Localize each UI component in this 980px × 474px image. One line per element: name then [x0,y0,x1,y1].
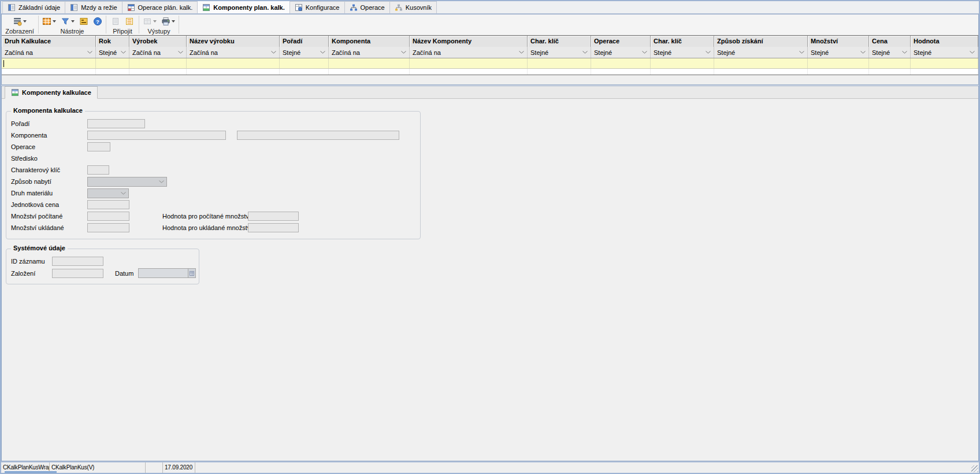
help-button[interactable]: ? [92,16,103,27]
new-row-cell[interactable] [591,58,651,68]
column-header[interactable]: Množství [808,36,869,47]
empty-cell [591,69,651,75]
new-row-cell-active[interactable] [2,58,96,68]
tab-label: Operace [361,4,385,11]
grid-header-row: Druh Kalkulace Rok Výrobek Název výrobku… [2,36,978,47]
druh-materialu-combobox[interactable] [87,188,129,198]
grid-components-icon [202,3,210,12]
poradi-field[interactable] [87,119,145,128]
filter-operator-dropdown[interactable]: Stejné [714,47,808,58]
zpusob-nabyti-combobox[interactable] [87,177,167,187]
operace-field[interactable] [87,142,110,151]
label-jednotkova-cena: Jednotková cena [11,200,59,209]
datum-picker[interactable] [138,268,196,278]
status-date: 17.09.2020 [163,462,195,473]
hodnota-ukladane-field[interactable] [248,223,299,232]
chevron-down-icon [271,51,276,54]
filter-button[interactable] [60,16,75,27]
view-icon [13,17,22,26]
new-row-cell[interactable] [187,58,280,68]
id-zaznamu-field[interactable] [52,257,103,266]
tab-komponenty-kalkulace[interactable]: Komponenty kalkulace [5,86,98,99]
filter-operator-dropdown[interactable]: Začíná na [187,47,280,58]
komponenta-name-field[interactable] [237,131,399,140]
filter-operator-dropdown[interactable]: Stejné [808,47,869,58]
column-header[interactable]: Pořadí [280,36,329,47]
tab-operace-plan-kalk[interactable]: Operace plán. kalk. [122,1,198,13]
attachment-button[interactable] [110,16,121,27]
new-row-cell[interactable] [96,58,129,68]
tab-kusovnik[interactable]: Kusovník [389,1,437,13]
new-row-cell[interactable] [329,58,410,68]
empty-cell [329,69,410,75]
mnozstvi-pocitane-field[interactable] [87,212,129,221]
filter-operator-dropdown[interactable]: Začíná na [2,47,96,58]
filter-operator-dropdown[interactable]: Začíná na [329,47,410,58]
resize-grip-icon[interactable] [971,465,978,472]
toolbar-separator [106,16,106,34]
grid-empty-row [2,68,978,75]
filter-operator-dropdown[interactable]: Stejné [591,47,651,58]
zalozeni-field[interactable] [52,269,103,278]
column-header[interactable]: Char. klíč [651,36,714,47]
tab-zakladni-udaje[interactable]: Základní údaje [2,1,65,13]
formula-button[interactable] [79,16,89,27]
tab-operace[interactable]: Operace [344,1,390,13]
filter-operator-dropdown[interactable]: Stejné [96,47,129,58]
print-button[interactable] [161,16,176,27]
view-mode-button[interactable] [12,16,27,27]
column-header[interactable]: Char. klíč [528,36,591,47]
help-icon: ? [93,17,102,26]
toolbar-caption-pripojit: Připojit [109,27,136,35]
jednotkova-cena-field[interactable] [87,200,129,209]
table-tools-button[interactable] [42,16,57,27]
new-row-cell[interactable] [129,58,187,68]
new-row-cell[interactable] [714,58,808,68]
export-button[interactable] [142,16,157,27]
label-operace: Operace [11,142,35,151]
new-row-cell[interactable] [651,58,714,68]
tab-konfigurace[interactable]: Konfigurace [289,1,345,13]
hodnota-pocitane-field[interactable] [248,212,299,221]
column-header[interactable]: Druh Kalkulace [2,36,96,47]
filter-operator-dropdown[interactable]: Začíná na [129,47,187,58]
column-header[interactable]: Operace [591,36,651,47]
mnozstvi-ukladane-field[interactable] [87,223,129,232]
new-row-cell[interactable] [869,58,911,68]
komponenta-code-field[interactable] [87,131,226,140]
filter-operator-dropdown[interactable]: Začíná na [410,47,528,58]
new-row-cell[interactable] [911,58,978,68]
grid-new-row [2,58,978,68]
column-header[interactable]: Rok [96,36,129,47]
column-header[interactable]: Název výrobku [187,36,280,47]
empty-cell [2,69,96,75]
new-row-cell[interactable] [280,58,329,68]
charakterovy-klic-field[interactable] [87,165,109,175]
form-table-icon [70,3,78,12]
new-row-cell[interactable] [808,58,869,68]
filter-operator-dropdown[interactable]: Stejné [911,47,978,58]
tab-mzdy-a-rezie[interactable]: Mzdy a režie [65,1,122,13]
filter-operator-label: Začíná na [132,49,161,56]
chevron-down-icon [582,51,588,54]
column-header[interactable]: Hodnota [911,36,978,47]
filter-operator-dropdown[interactable]: Stejné [651,47,714,58]
new-row-cell[interactable] [528,58,591,68]
label-datum: Datum [115,269,133,278]
tab-komponenty-plan-kalk[interactable]: Komponenty plan. kalk. [197,1,289,13]
filter-operator-dropdown[interactable]: Stejné [528,47,591,58]
calendar-button[interactable] [188,269,195,277]
column-header[interactable]: Výrobek [129,36,187,47]
filter-operator-dropdown[interactable]: Stejné [280,47,329,58]
filter-operator-dropdown[interactable]: Stejné [869,47,911,58]
column-header[interactable]: Název Komponenty [410,36,528,47]
column-header[interactable]: Komponenta [329,36,410,47]
attached-list-button[interactable] [124,16,135,27]
column-header[interactable]: Cena [869,36,911,47]
new-row-cell[interactable] [410,58,528,68]
upper-pane: Zobrazení ? [1,14,979,85]
tab-label: Mzdy a režie [81,4,117,11]
column-header[interactable]: Způsob získání [714,36,808,47]
chevron-down-icon [642,51,647,54]
groupbox-systemove-udaje: Systémové údaje ID záznamu Založení Datu… [6,249,199,284]
